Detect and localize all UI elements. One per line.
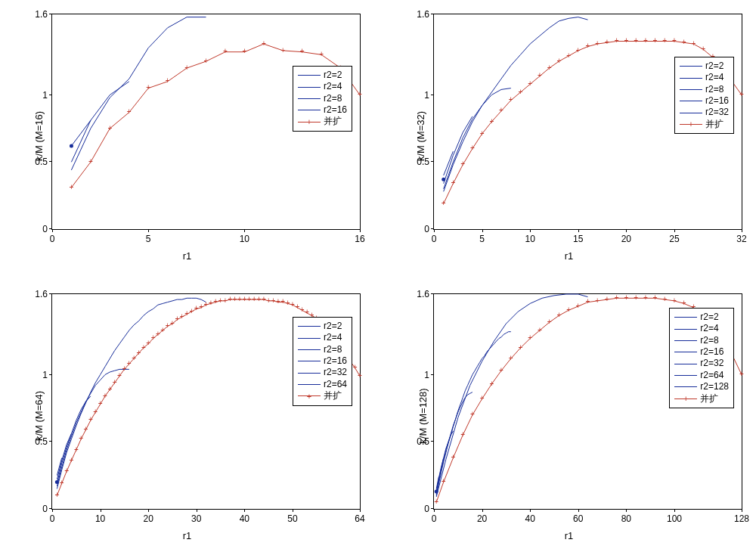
svg-text:+: + <box>266 296 271 305</box>
ylabel: k/M (M=32) <box>415 111 426 161</box>
svg-text:+: + <box>170 319 175 327</box>
panel-m64: k/M (M=64)r100.511.60102030405064+++++++… <box>8 287 367 544</box>
legend-item: +并扩 <box>680 119 729 130</box>
xtick: 40 <box>525 513 535 524</box>
legend-item: r2=32 <box>680 107 729 118</box>
xtick: 10 <box>525 234 535 244</box>
svg-text:+: + <box>262 39 266 48</box>
svg-text:+: + <box>122 364 126 373</box>
svg-text:+: + <box>595 39 600 48</box>
svg-text:+: + <box>213 297 218 305</box>
legend-label: r2=2 <box>700 312 718 323</box>
legend-item: r2=8 <box>298 344 347 355</box>
legend-label: 并扩 <box>705 119 723 130</box>
svg-text:+: + <box>247 295 252 303</box>
svg-text:+: + <box>605 295 609 303</box>
legend-label: r2=8 <box>705 84 723 95</box>
xtick: 0 <box>432 234 437 244</box>
svg-text:+: + <box>290 300 295 309</box>
xtick: 40 <box>240 513 249 524</box>
svg-text:+: + <box>252 295 256 303</box>
legend-label: r2=2 <box>324 70 342 81</box>
legend-label: r2=8 <box>324 93 342 104</box>
ytick: 1.6 <box>417 289 429 299</box>
plot-area: 00.511.6020406080100128+++++++++++++++++… <box>433 293 742 510</box>
xtick: 15 <box>573 234 583 244</box>
ylabel: k/M (M=16) <box>33 111 45 161</box>
svg-text:+: + <box>199 302 203 311</box>
svg-text:+: + <box>223 296 228 305</box>
series-r2=16 <box>444 17 588 192</box>
legend-item: r2=8 <box>298 93 347 104</box>
legend-item: r2=16 <box>298 104 347 116</box>
xtick: 0 <box>50 234 55 244</box>
legend-item: r2=2 <box>298 70 347 81</box>
svg-text:+: + <box>79 434 83 442</box>
xtick: 10 <box>95 513 105 524</box>
legend-label: r2=2 <box>705 60 723 72</box>
svg-text:+: + <box>576 302 581 310</box>
series-r2=8 <box>71 17 206 170</box>
svg-text:+: + <box>242 47 246 55</box>
svg-text:+: + <box>141 343 146 352</box>
svg-text:+: + <box>547 64 552 72</box>
svg-text:+: + <box>257 295 262 303</box>
legend-label: r2=32 <box>324 367 347 378</box>
svg-text:+: + <box>672 296 677 305</box>
ytick: 1.6 <box>35 9 48 20</box>
xtick: 20 <box>144 513 153 524</box>
legend-label: r2=128 <box>700 381 729 392</box>
legend-label: r2=32 <box>705 107 729 118</box>
plot-area: 00.511.60102030405064+++++++++++++++++++… <box>51 293 361 510</box>
legend-item: r2=8 <box>674 335 729 346</box>
svg-text:+: + <box>180 312 184 321</box>
svg-text:+: + <box>127 359 132 367</box>
legend-item: +并扩 <box>674 393 729 405</box>
svg-text:+: + <box>662 295 667 303</box>
xtick: 100 <box>667 513 682 524</box>
svg-text:+: + <box>242 295 246 303</box>
xtick: 20 <box>477 513 487 524</box>
ytick: 0.5 <box>417 157 429 167</box>
ytick: 0.5 <box>35 157 48 167</box>
legend-label: r2=4 <box>324 332 342 343</box>
legend: r2=2r2=4r2=8r2=16+并扩 <box>293 66 352 132</box>
svg-text:+: + <box>528 79 532 88</box>
legend: r2=2r2=4r2=8r2=16r2=32r2=64r2=128+并扩 <box>669 308 734 408</box>
svg-text:+: + <box>586 297 590 305</box>
svg-point-50 <box>55 480 59 484</box>
svg-text:+: + <box>84 425 88 433</box>
svg-point-0 <box>70 144 73 147</box>
ytick: 0 <box>42 504 48 514</box>
svg-text:+: + <box>739 370 744 378</box>
svg-text:+: + <box>70 456 74 464</box>
xtick: 60 <box>573 513 583 524</box>
svg-text:+: + <box>480 129 485 138</box>
svg-text:+: + <box>442 477 446 485</box>
svg-text:+: + <box>209 299 213 307</box>
ytick: 0 <box>42 224 48 234</box>
svg-text:+: + <box>146 339 150 347</box>
svg-text:+: + <box>127 107 132 116</box>
ytick: 1 <box>424 90 429 101</box>
svg-text:+: + <box>442 199 446 207</box>
svg-text:+: + <box>662 36 667 45</box>
svg-text:+: + <box>103 392 107 400</box>
legend-item: r2=64 <box>674 370 729 381</box>
legend-label: r2=4 <box>705 72 723 83</box>
svg-text:+: + <box>146 83 150 91</box>
legend-label: 并扩 <box>324 116 342 127</box>
series-r2=2 <box>444 151 454 175</box>
xtick: 80 <box>621 513 631 524</box>
svg-text:+: + <box>566 51 571 60</box>
legend-label: 并扩 <box>324 390 342 402</box>
svg-text:+: + <box>166 321 170 330</box>
svg-text:+: + <box>470 410 475 418</box>
legend-label: r2=64 <box>700 370 723 381</box>
svg-text:+: + <box>319 50 324 58</box>
svg-text:+: + <box>358 90 362 98</box>
svg-text:+: + <box>223 47 228 55</box>
svg-text:+: + <box>160 326 165 334</box>
svg-text:+: + <box>295 302 299 311</box>
xtick: 16 <box>355 234 364 244</box>
